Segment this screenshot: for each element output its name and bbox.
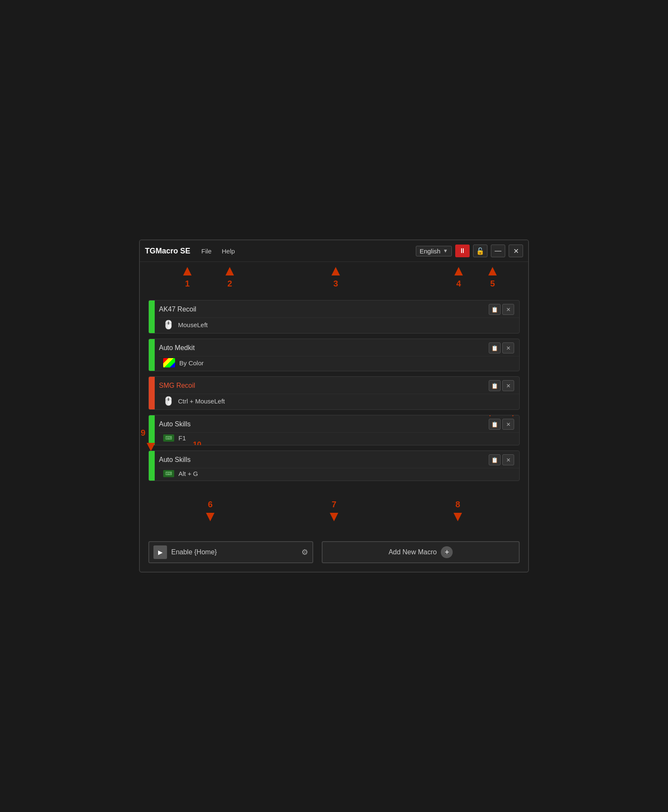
keyboard-icon-skills2: ⌨	[163, 470, 174, 477]
enable-button[interactable]: ▶ Enable {Home} ⚙	[148, 541, 313, 563]
menu-file[interactable]: File	[198, 247, 215, 256]
pause-icon: ⏸	[459, 247, 466, 255]
lock-icon: 🔓	[476, 247, 484, 255]
edit-button-ak47[interactable]: 📋	[489, 304, 501, 315]
svg-marker-0	[183, 267, 192, 275]
trigger-row-skills2: ⌨ Alt + G	[159, 468, 519, 481]
macro-card-ak47: AK47 Recoil 📋 ✕ 🖱️ MouseLeft	[148, 300, 520, 334]
svg-marker-1	[225, 267, 234, 275]
annotation-3: 3	[331, 266, 341, 289]
add-macro-label: Add New Macro	[389, 548, 437, 556]
color-bar-smg	[149, 377, 155, 409]
annotation-10: 10	[193, 440, 201, 445]
macro-4-wrapper: 9 Auto Skills 11	[148, 415, 520, 445]
edit-icon: 📋	[491, 306, 498, 313]
trigger-row-skills1: ⌨ F1 10	[159, 432, 519, 445]
trigger-label-medkit: By Color	[179, 359, 204, 367]
macro-actions-skills2: 📋 ✕	[489, 454, 514, 465]
edit-icon: 📋	[491, 345, 498, 351]
gear-icon[interactable]: ⚙	[301, 548, 308, 557]
delete-icon: ✕	[506, 306, 511, 313]
svg-marker-7	[147, 443, 155, 451]
macro-actions-medkit: 📋 ✕	[489, 342, 514, 353]
delete-button-skills1[interactable]: ✕	[502, 419, 514, 430]
mouse-icon-ak47: 🖱️	[163, 320, 174, 330]
edit-icon: 📋	[491, 383, 498, 389]
macro-actions-smg: 📋 ✕	[489, 380, 514, 391]
delete-button-skills2[interactable]: ✕	[502, 454, 514, 465]
macro-header-skills2: Auto Skills 📋 ✕	[159, 451, 519, 468]
macro-header-ak47: AK47 Recoil 📋 ✕	[159, 300, 519, 317]
trigger-row-smg: 🖱️ Ctrl + MouseLeft	[159, 394, 519, 409]
trigger-row-ak47: 🖱️ MouseLeft	[159, 317, 519, 333]
add-macro-button-wrap: Add New Macro +	[322, 541, 520, 563]
svg-marker-3	[454, 267, 463, 275]
svg-marker-8	[206, 513, 214, 521]
app-title: TGMacro SE	[145, 247, 190, 256]
macro-header-skills1: Auto Skills 11 12	[159, 415, 519, 432]
pause-button[interactable]: ⏸	[455, 245, 470, 257]
delete-button-smg[interactable]: ✕	[502, 380, 514, 391]
svg-marker-5	[486, 415, 494, 417]
macro-list: AK47 Recoil 📋 ✕ 🖱️ MouseLeft	[140, 300, 528, 481]
color-trigger-icon	[163, 358, 175, 367]
macro-card-skills1: Auto Skills 11 12	[148, 415, 520, 445]
macro-name-skills2: Auto Skills	[159, 456, 489, 464]
delete-icon: ✕	[506, 457, 511, 463]
macro-actions-skills1: 11 12 📋	[489, 419, 514, 430]
macro-name-medkit: Auto Medkit	[159, 344, 489, 352]
svg-marker-2	[331, 267, 340, 275]
dropdown-arrow-icon: ▼	[443, 248, 448, 254]
bottom-bar: ▶ Enable {Home} ⚙ Add New Macro +	[140, 524, 528, 572]
svg-marker-10	[454, 513, 462, 521]
app-window: TGMacro SE File Help English ▼ ⏸ 🔓 — ✕ 1	[139, 239, 529, 573]
delete-button-medkit[interactable]: ✕	[502, 342, 514, 353]
annotation-1: 1	[182, 266, 192, 289]
trigger-label-skills2: Alt + G	[178, 470, 198, 477]
macro-card-skills2: Auto Skills 📋 ✕ ⌨	[148, 450, 520, 481]
language-selector[interactable]: English ▼	[416, 246, 452, 256]
macro-5-wrapper: Auto Skills 📋 ✕ ⌨	[148, 450, 520, 481]
color-bar-skills2	[149, 451, 155, 481]
mouse-icon-smg: 🖱️	[163, 396, 174, 406]
annotation-4: 4	[454, 266, 464, 289]
macro-name-smg: SMG Recoil	[159, 382, 489, 389]
delete-button-ak47[interactable]: ✕	[502, 304, 514, 315]
delete-icon: ✕	[506, 421, 511, 428]
language-label: English	[420, 247, 440, 255]
macro-card-medkit: Auto Medkit 📋 ✕ By Color	[148, 339, 520, 371]
lock-button[interactable]: 🔓	[473, 245, 487, 257]
menu-help[interactable]: Help	[218, 247, 238, 256]
close-button[interactable]: ✕	[509, 245, 523, 257]
bottom-annotations-area: 6 7 8	[148, 486, 520, 524]
trigger-label-smg: Ctrl + MouseLeft	[178, 398, 225, 405]
keyboard-icon-skills1: ⌨	[163, 434, 174, 442]
annotation-11: 11	[485, 415, 495, 417]
color-bar-ak47	[149, 300, 155, 333]
add-macro-button[interactable]: Add New Macro +	[322, 541, 520, 563]
play-icon: ▶	[153, 545, 167, 559]
annotation-2: 2	[225, 266, 235, 289]
trigger-label-skills1: F1	[178, 434, 186, 442]
annotation-5: 5	[487, 266, 498, 289]
macro-name-ak47: AK47 Recoil	[159, 306, 489, 313]
close-icon: ✕	[513, 247, 519, 255]
edit-button-skills1[interactable]: 📋	[489, 419, 501, 430]
minimize-button[interactable]: —	[491, 245, 505, 257]
macro-name-skills1: Auto Skills	[159, 420, 489, 428]
delete-icon: ✕	[506, 345, 511, 351]
edit-button-medkit[interactable]: 📋	[489, 342, 501, 353]
macro-header-medkit: Auto Medkit 📋 ✕	[159, 339, 519, 356]
annotation-8: 8	[453, 500, 463, 522]
title-bar: TGMacro SE File Help English ▼ ⏸ 🔓 — ✕	[140, 240, 528, 262]
svg-marker-6	[509, 415, 517, 417]
delete-icon: ✕	[506, 383, 511, 389]
edit-button-skills2[interactable]: 📋	[489, 454, 501, 465]
trigger-row-medkit: By Color	[159, 356, 519, 371]
edit-button-smg[interactable]: 📋	[489, 380, 501, 391]
macro-header-smg: SMG Recoil 📋 ✕	[159, 377, 519, 394]
annotation-9: 9	[141, 428, 145, 438]
plus-icon: +	[441, 546, 453, 558]
edit-icon: 📋	[491, 457, 498, 463]
annotation-6: 6	[205, 500, 215, 522]
